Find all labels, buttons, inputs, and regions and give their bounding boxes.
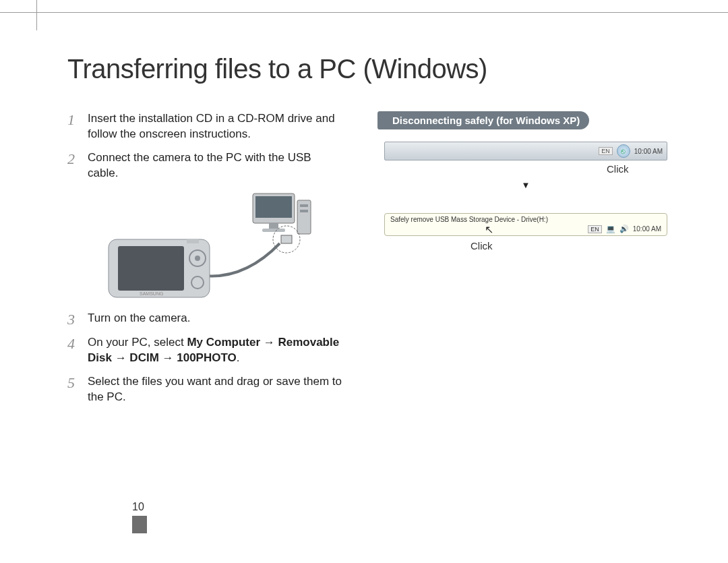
step-4: 4 On your PC, select My Computer → Remov… bbox=[67, 335, 344, 366]
left-rule bbox=[36, 0, 37, 30]
page-number: 10 bbox=[132, 501, 144, 513]
step-number: 3 bbox=[67, 311, 80, 327]
safely-remove-balloon: Safely remove USB Mass Storage Device - … bbox=[384, 213, 667, 236]
svg-rect-1 bbox=[255, 196, 292, 218]
svg-point-12 bbox=[195, 256, 200, 261]
tray-icon: 🔊 bbox=[619, 225, 629, 233]
click-label-2: Click bbox=[471, 240, 688, 251]
usb-connection-diagram: SAMSUNG bbox=[98, 191, 313, 299]
tray-icon: 💻 bbox=[606, 225, 615, 233]
svg-rect-3 bbox=[262, 229, 285, 232]
clock: 10:00 AM bbox=[634, 148, 663, 155]
click-label-1: Click bbox=[607, 163, 688, 175]
page-number-mark bbox=[132, 516, 147, 533]
top-rule bbox=[0, 12, 728, 13]
balloon-text: Safely remove USB Mass Storage Device - … bbox=[390, 216, 661, 223]
step-1: 1 Insert the installation CD in a CD-ROM… bbox=[67, 111, 344, 142]
step-number: 4 bbox=[67, 335, 80, 366]
svg-text:SAMSUNG: SAMSUNG bbox=[140, 291, 163, 296]
svg-rect-2 bbox=[269, 223, 278, 229]
step-text: Select the files you want and drag or sa… bbox=[88, 374, 344, 405]
svg-rect-6 bbox=[300, 210, 308, 212]
page-body: Transferring files to a PC (Windows) 1 I… bbox=[0, 0, 728, 440]
taskbar-after: EN 💻 🔊 10:00 AM bbox=[390, 225, 661, 233]
flow-arrow-icon: ▼ bbox=[384, 180, 667, 190]
camera-pc-illustration: SAMSUNG bbox=[67, 191, 344, 299]
step-text: Connect the camera to the PC with the US… bbox=[88, 150, 344, 181]
left-column: 1 Insert the installation CD in a CD-ROM… bbox=[67, 111, 344, 413]
right-column: Disconnecting safely (for Windows XP) EN… bbox=[377, 111, 688, 413]
taskbar-before: EN ⎋ 10:00 AM bbox=[384, 142, 667, 160]
page-title: Transferring files to a PC (Windows) bbox=[67, 54, 688, 84]
svg-rect-8 bbox=[281, 235, 292, 243]
svg-rect-10 bbox=[118, 246, 184, 291]
two-column-layout: 1 Insert the installation CD in a CD-ROM… bbox=[67, 111, 688, 413]
callout-title-bar: Disconnecting safely (for Windows XP) bbox=[377, 111, 589, 129]
svg-rect-5 bbox=[300, 204, 308, 207]
clock: 10:00 AM bbox=[633, 225, 661, 233]
step-2: 2 Connect the camera to the PC with the … bbox=[67, 150, 344, 181]
safely-remove-icon: ⎋ bbox=[617, 144, 630, 158]
lang-indicator: EN bbox=[588, 225, 602, 233]
step-text: On your PC, select My Computer → Removab… bbox=[88, 335, 344, 366]
disconnect-illustration: EN ⎋ 10:00 AM Click ▼ Safely remove USB … bbox=[377, 142, 688, 251]
step-3: 3 Turn on the camera. bbox=[67, 311, 344, 327]
svg-rect-14 bbox=[187, 239, 199, 243]
step4-suffix: . bbox=[237, 351, 240, 364]
lang-indicator: EN bbox=[599, 147, 613, 155]
step-number: 1 bbox=[67, 111, 80, 142]
step-number: 2 bbox=[67, 150, 80, 181]
step-text: Turn on the camera. bbox=[88, 311, 190, 327]
step-5: 5 Select the files you want and drag or … bbox=[67, 374, 344, 405]
cursor-icon: ↖ bbox=[485, 223, 493, 236]
step-number: 5 bbox=[67, 374, 80, 405]
step-text: Insert the installation CD in a CD-ROM d… bbox=[88, 111, 344, 142]
step4-prefix: On your PC, select bbox=[88, 336, 187, 349]
